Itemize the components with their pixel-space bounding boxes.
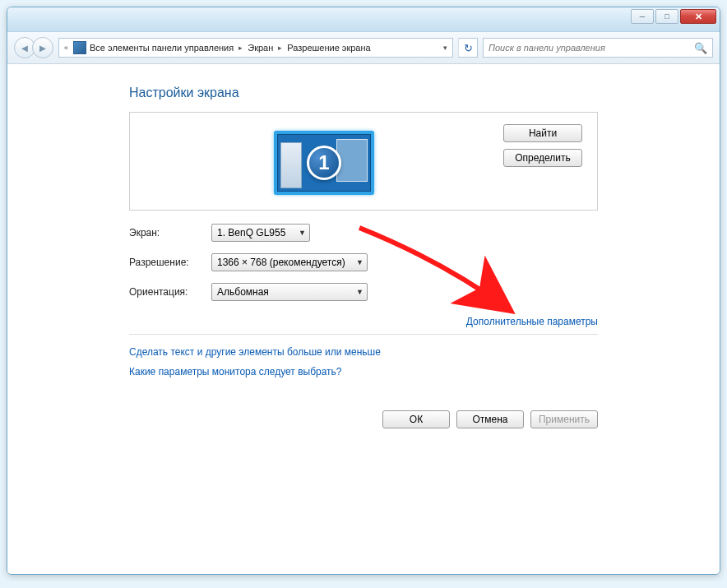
chevron-down-icon: ▼ <box>356 288 364 296</box>
advanced-settings-link[interactable]: Дополнительные параметры <box>466 316 598 327</box>
chevron-down-icon[interactable]: ▾ <box>442 44 449 52</box>
resolution-label: Разрешение: <box>129 257 211 268</box>
minimize-button[interactable]: ─ <box>631 9 654 24</box>
refresh-button[interactable]: ↻ <box>458 38 478 58</box>
display-dropdown[interactable]: 1. BenQ GL955 ▼ <box>211 224 310 242</box>
chevron-right-icon[interactable]: ▸ <box>237 44 244 52</box>
chevron-down-icon: ▼ <box>299 229 306 237</box>
navbar: ◄ ► « Все элементы панели управления ▸ Э… <box>7 32 720 64</box>
nav-arrows: ◄ ► <box>14 37 53 58</box>
display-label: Экран: <box>129 227 211 238</box>
breadcrumb-prefix-icon[interactable]: « <box>63 44 70 52</box>
window: ─ □ ✕ ◄ ► « Все элементы панели управлен… <box>7 7 720 575</box>
monitor-taskbar-icon <box>280 142 302 188</box>
orientation-label: Ориентация: <box>129 286 211 298</box>
monitor-number-badge: 1 <box>307 146 341 180</box>
breadcrumb[interactable]: « Все элементы панели управления ▸ Экран… <box>58 38 453 58</box>
separator <box>129 334 598 335</box>
monitor-preview-box: 1 Найти Определить <box>129 112 598 211</box>
maximize-button[interactable]: □ <box>655 9 678 24</box>
dialog-buttons: ОК Отмена Применить <box>129 410 598 428</box>
page-title: Настройки экрана <box>129 86 598 100</box>
breadcrumb-item-display[interactable]: Экран <box>248 43 273 53</box>
titlebar: ─ □ ✕ <box>7 7 720 32</box>
close-button[interactable]: ✕ <box>680 9 716 24</box>
help-links: Сделать текст и другие элементы больше и… <box>129 346 598 377</box>
forward-arrow-icon: ► <box>38 42 49 54</box>
text-size-link[interactable]: Сделать текст и другие элементы больше и… <box>129 346 381 358</box>
search-box[interactable]: 🔍 <box>483 38 713 58</box>
resolution-dropdown[interactable]: 1366 × 768 (рекомендуется) ▼ <box>211 253 368 271</box>
monitor-params-help-link[interactable]: Какие параметры монитора следует выбрать… <box>129 366 342 377</box>
ok-button[interactable]: ОК <box>382 410 450 428</box>
forward-button[interactable]: ► <box>32 37 53 58</box>
resolution-value: 1366 × 768 (рекомендуется) <box>217 257 345 268</box>
content-area: Настройки экрана 1 Найти Определить Экра… <box>7 64 720 574</box>
search-input[interactable] <box>489 43 694 53</box>
chevron-down-icon: ▼ <box>356 258 364 266</box>
orientation-dropdown[interactable]: Альбомная ▼ <box>211 283 368 301</box>
monitor-preview[interactable]: 1 <box>145 124 503 195</box>
detect-button[interactable]: Определить <box>503 149 582 167</box>
chevron-right-icon[interactable]: ▸ <box>276 44 284 52</box>
find-button[interactable]: Найти <box>503 124 582 142</box>
breadcrumb-item-resolution[interactable]: Разрешение экрана <box>287 43 370 53</box>
monitor-1[interactable]: 1 <box>274 131 374 195</box>
control-panel-icon <box>73 41 86 54</box>
orientation-value: Альбомная <box>217 286 269 298</box>
search-icon[interactable]: 🔍 <box>694 42 707 54</box>
window-controls: ─ □ ✕ <box>631 9 716 24</box>
cancel-button[interactable]: Отмена <box>456 410 524 428</box>
refresh-icon: ↻ <box>464 42 473 54</box>
breadcrumb-item-control-panel[interactable]: Все элементы панели управления <box>90 43 234 53</box>
back-arrow-icon: ◄ <box>20 42 30 54</box>
display-value: 1. BenQ GL955 <box>217 227 285 238</box>
apply-button[interactable]: Применить <box>530 410 598 428</box>
